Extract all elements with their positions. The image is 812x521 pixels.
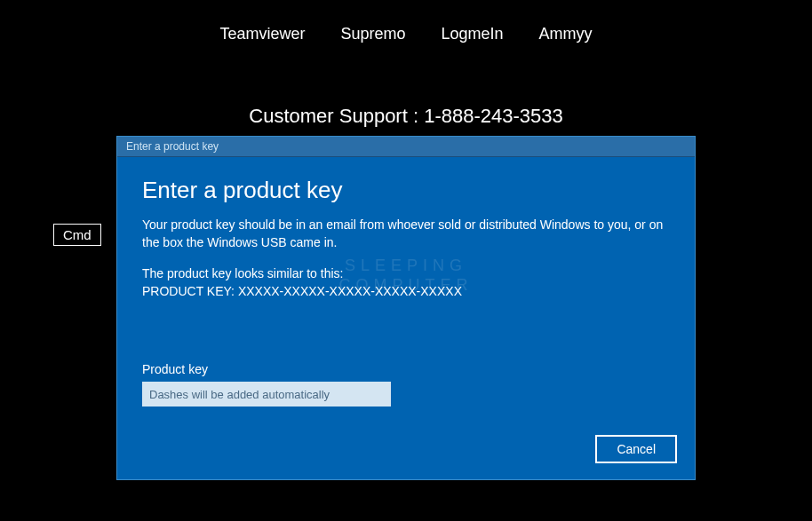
dialog-description: Your product key should be in an email f…	[142, 217, 670, 251]
nav-link-ammyy[interactable]: Ammyy	[539, 25, 593, 43]
product-key-label: Product key	[142, 362, 670, 376]
dialog-example: The product key looks similar to this: P…	[142, 265, 670, 300]
example-intro: The product key looks similar to this:	[142, 265, 670, 283]
dialog-footer: Cancel	[117, 422, 695, 479]
dialog-body: SLEEPING COMPUTER Enter a product key Yo…	[117, 157, 695, 422]
nav-link-supremo[interactable]: Supremo	[340, 25, 405, 43]
dialog-heading: Enter a product key	[142, 177, 670, 204]
nav-link-logmein[interactable]: LogmeIn	[442, 25, 504, 43]
customer-support-text: Customer Support : 1-888-243-3533	[0, 105, 812, 128]
cancel-button[interactable]: Cancel	[595, 435, 677, 463]
cmd-button[interactable]: Cmd	[53, 224, 101, 246]
dialog-titlebar: Enter a product key	[117, 137, 695, 157]
nav-link-teamviewer[interactable]: Teamviewer	[219, 25, 305, 43]
example-key-format: PRODUCT KEY: XXXXX-XXXXX-XXXXX-XXXXX-XXX…	[142, 283, 670, 301]
product-key-dialog: Enter a product key SLEEPING COMPUTER En…	[116, 136, 696, 480]
top-nav: Teamviewer Supremo LogmeIn Ammyy	[0, 25, 812, 43]
product-key-input[interactable]	[142, 382, 391, 407]
